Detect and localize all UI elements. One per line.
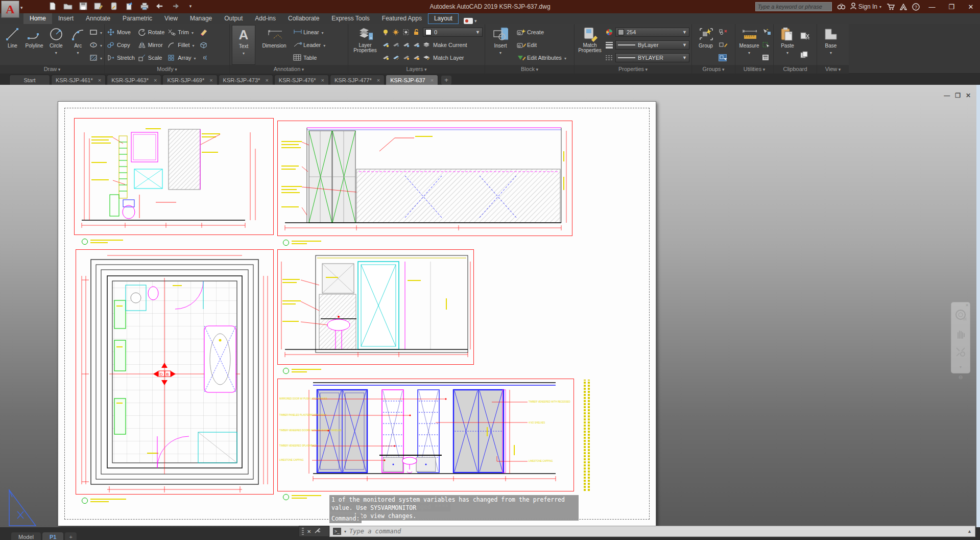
edit-attributes-button[interactable]: Edit Attributes bbox=[517, 53, 566, 62]
cut-icon[interactable] bbox=[800, 32, 808, 39]
copy-button[interactable]: Copy bbox=[107, 40, 135, 50]
layer-fade-icon[interactable] bbox=[392, 54, 400, 61]
navbar-collapse-icon[interactable]: ⊖ bbox=[959, 374, 963, 380]
navigation-bar[interactable]: ✕ 2D ▾ ⊖ bbox=[951, 302, 970, 373]
rectangle-caret-icon[interactable] bbox=[100, 29, 102, 35]
autodesk-a-icon[interactable] bbox=[900, 4, 907, 10]
layout-tab-p1[interactable]: P1 bbox=[42, 532, 63, 540]
command-dock-handle[interactable]: ✕ bbox=[299, 526, 329, 537]
undo-icon[interactable] bbox=[154, 1, 165, 11]
drag-grip-icon[interactable] bbox=[302, 528, 304, 535]
layer-lock-icon[interactable] bbox=[413, 41, 421, 49]
arc-button[interactable]: Arc bbox=[67, 25, 88, 65]
tab-close-icon[interactable] bbox=[265, 77, 268, 83]
tab-close-icon[interactable] bbox=[154, 77, 157, 83]
navbar-close-icon[interactable]: ✕ bbox=[965, 303, 969, 308]
search-input[interactable] bbox=[755, 2, 832, 11]
doc-tab-ksr-sjp-476[interactable]: KSR-SJP-476* bbox=[274, 75, 329, 85]
group-button[interactable]: Group bbox=[694, 25, 718, 65]
make-current-button[interactable]: Make Current bbox=[433, 42, 467, 48]
tab-view[interactable]: View bbox=[158, 13, 184, 24]
panel-label-view[interactable]: View bbox=[817, 65, 849, 74]
block-create-button[interactable]: Create bbox=[517, 28, 566, 37]
quick-select-icon[interactable] bbox=[762, 29, 770, 36]
layer-onoff-icon[interactable] bbox=[382, 54, 390, 61]
tab-close-icon[interactable] bbox=[431, 77, 434, 83]
tab-home[interactable]: Home bbox=[23, 13, 52, 24]
layer-properties-button[interactable]: Layer Properties bbox=[350, 25, 380, 65]
tab-output[interactable]: Output bbox=[218, 13, 249, 24]
share-icon[interactable] bbox=[124, 1, 135, 11]
tab-parametric[interactable]: Parametric bbox=[116, 13, 158, 24]
tab-close-icon[interactable] bbox=[98, 77, 101, 83]
doc-tab-ksr-sjp-477[interactable]: KSR-SJP-477* bbox=[330, 75, 385, 85]
explode-icon[interactable] bbox=[199, 41, 207, 49]
zoom-extents-icon[interactable] bbox=[955, 346, 966, 360]
close-icon[interactable]: ✕ bbox=[964, 3, 978, 11]
tab-add-ins[interactable]: Add-ins bbox=[249, 13, 282, 24]
steering-wheel-icon[interactable]: 2D bbox=[954, 309, 967, 323]
app-store-cart-icon[interactable] bbox=[887, 3, 895, 10]
panel-label-modify[interactable]: Modify bbox=[105, 65, 229, 74]
command-history-arrow-icon[interactable]: ▲ bbox=[967, 529, 972, 534]
drawing-restore-icon[interactable]: ❐ bbox=[955, 92, 961, 99]
layer-freeze-icon[interactable] bbox=[392, 41, 400, 49]
layer-lock-fade-icon[interactable] bbox=[402, 41, 411, 49]
hatch-icon[interactable] bbox=[89, 54, 98, 61]
panel-label-draw[interactable]: Draw bbox=[0, 65, 104, 74]
base-button[interactable]: Base bbox=[819, 25, 843, 65]
panel-label-properties[interactable]: Properties bbox=[575, 65, 691, 74]
recent-commands-caret-icon[interactable]: ▾ bbox=[344, 529, 346, 534]
rotate-button[interactable]: Rotate bbox=[138, 28, 164, 37]
leader-caret-icon[interactable] bbox=[323, 42, 325, 48]
layer-unlock2-icon[interactable] bbox=[413, 54, 421, 61]
trim-button[interactable]: Trim bbox=[168, 28, 196, 37]
doc-tab-start[interactable]: Start bbox=[9, 75, 50, 85]
ellipse-icon[interactable] bbox=[89, 41, 98, 49]
drawing-minimize-icon[interactable]: — bbox=[944, 92, 950, 99]
panel-label-block[interactable]: Block bbox=[485, 65, 574, 74]
navbar-more-caret-icon[interactable]: ▾ bbox=[960, 365, 962, 369]
tab-close-icon[interactable] bbox=[377, 77, 380, 83]
edit-attributes-caret-icon[interactable] bbox=[564, 55, 566, 61]
table-button[interactable]: Table bbox=[293, 53, 325, 62]
layer-on-icon[interactable] bbox=[382, 29, 390, 36]
panel-label-layers[interactable]: Layers bbox=[348, 65, 485, 74]
polyline-button[interactable]: Polyline bbox=[24, 25, 45, 65]
sign-in-caret-icon[interactable]: ▾ bbox=[879, 5, 881, 9]
ungroup-icon[interactable] bbox=[719, 29, 727, 36]
tab-close-icon[interactable] bbox=[321, 77, 324, 83]
mirror-button[interactable]: Mirror bbox=[138, 40, 164, 50]
minimize-icon[interactable]: — bbox=[925, 3, 939, 11]
app-menu-caret-icon[interactable]: ▾ bbox=[20, 5, 23, 10]
doc-tab-ksr-sjp-469[interactable]: KSR-SJP-469* bbox=[162, 75, 217, 85]
tab-layout[interactable]: Layout bbox=[428, 13, 459, 24]
stretch-button[interactable]: Stretch bbox=[107, 53, 135, 62]
tab-annotate[interactable]: Annotate bbox=[80, 13, 116, 24]
trim-caret-icon[interactable] bbox=[191, 29, 194, 35]
measure-button[interactable]: Measure bbox=[737, 25, 761, 65]
layer-vp-freeze-icon[interactable] bbox=[402, 54, 411, 61]
customize-wrench-icon[interactable] bbox=[314, 527, 320, 536]
scale-button[interactable]: Scale bbox=[138, 53, 164, 62]
move-button[interactable]: Move bbox=[107, 28, 135, 37]
redo-icon[interactable] bbox=[170, 1, 181, 11]
object-color-dropdown[interactable]: 254▼ bbox=[615, 28, 689, 37]
linear-button[interactable]: Linear bbox=[293, 28, 325, 37]
layer-unlock-icon[interactable] bbox=[413, 29, 421, 36]
tab-insert[interactable]: Insert bbox=[52, 13, 80, 24]
add-layout-button[interactable]: + bbox=[65, 532, 76, 540]
rectangle-icon[interactable] bbox=[89, 29, 98, 36]
new-drawing-tab-button[interactable]: + bbox=[441, 76, 451, 85]
open-folder-icon[interactable] bbox=[62, 1, 74, 11]
panel-label-utilities[interactable]: Utilities bbox=[735, 65, 773, 74]
linear-caret-icon[interactable] bbox=[321, 29, 324, 35]
ribbon-display-caret-icon[interactable]: ▾ bbox=[474, 18, 477, 24]
match-properties-button[interactable]: Match Properties bbox=[577, 25, 603, 65]
autocad-app-menu[interactable]: A bbox=[1, 1, 19, 18]
text-button[interactable]: A Text bbox=[232, 25, 255, 65]
open-mobile-icon[interactable] bbox=[108, 1, 119, 11]
tab-collaborate[interactable]: Collaborate bbox=[282, 13, 325, 24]
layer-select-dropdown[interactable]: 0▼ bbox=[423, 28, 483, 37]
group-select-toggle-icon[interactable] bbox=[719, 54, 727, 61]
